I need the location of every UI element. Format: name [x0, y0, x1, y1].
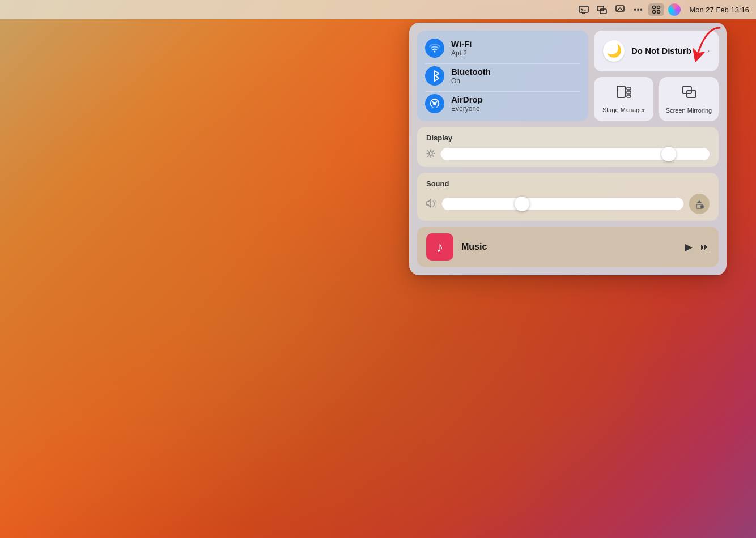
control-center-panel: Wi-Fi Apt 2 Bluetooth On: [409, 23, 727, 275]
svg-rect-11: [627, 87, 631, 90]
svg-rect-10: [617, 86, 625, 97]
bluetooth-title: Bluetooth: [451, 67, 491, 77]
svg-rect-12: [627, 91, 631, 94]
connectivity-panel: Wi-Fi Apt 2 Bluetooth On: [417, 31, 588, 121]
bluetooth-text: Bluetooth On: [451, 67, 491, 85]
airplay-output-button[interactable]: [689, 194, 710, 214]
music-controls: ▶ ⏭: [685, 241, 710, 253]
music-app-icon: ♪: [426, 233, 453, 261]
svg-line-21: [428, 150, 428, 151]
menubar-datetime: Mon 27 Feb 13:16: [689, 6, 749, 14]
stage-manager-label: Stage Manager: [602, 106, 645, 114]
bluetooth-item[interactable]: Bluetooth On: [425, 63, 580, 88]
svg-line-24: [428, 155, 428, 156]
dnd-chevron-icon: ›: [707, 46, 710, 55]
svg-line-22: [433, 155, 434, 156]
top-row: Wi-Fi Apt 2 Bluetooth On: [417, 31, 719, 121]
sound-label: Sound: [426, 180, 710, 188]
display-section: Display: [417, 127, 719, 167]
display-slider-thumb[interactable]: [661, 147, 676, 161]
screen-mirroring-icon: [681, 84, 697, 103]
svg-point-26: [700, 205, 704, 208]
screen-mirroring-button[interactable]: Screen Mirroring: [659, 77, 719, 121]
svg-point-5: [653, 6, 656, 9]
music-section[interactable]: ♪ Music ▶ ⏭: [417, 227, 719, 267]
airplay-menubar-icon[interactable]: [612, 3, 628, 16]
bluetooth-subtitle: On: [451, 77, 491, 85]
svg-rect-0: [579, 6, 588, 12]
dnd-panel[interactable]: 🌙 Do Not Disturb ›: [594, 31, 719, 71]
display-label: Display: [426, 134, 710, 142]
skip-forward-button[interactable]: ⏭: [700, 242, 710, 252]
svg-line-23: [433, 150, 434, 151]
airdrop-text: AirDrop Everyone: [451, 95, 483, 113]
stage-manager-button[interactable]: Stage Manager: [594, 77, 653, 121]
dnd-text: Do Not Disturb: [631, 45, 700, 57]
airdrop-subtitle: Everyone: [451, 105, 483, 113]
screen-mirroring-label: Screen Mirroring: [666, 106, 712, 114]
airdrop-title: AirDrop: [451, 95, 483, 105]
controlcenter-icon[interactable]: [648, 3, 664, 16]
stage-manager-icon: [616, 84, 632, 103]
wifi-text: Wi-Fi Apt 2: [451, 39, 472, 57]
sound-slider-track[interactable]: [442, 198, 683, 210]
display-slider-row: [426, 148, 710, 160]
dnd-icon: 🌙: [603, 40, 625, 62]
display-slider-track[interactable]: [441, 148, 710, 160]
wifi-title: Wi-Fi: [451, 39, 472, 49]
sound-section: Sound: [417, 173, 719, 221]
screenmirroring-menubar-icon[interactable]: [594, 3, 610, 16]
dnd-title: Do Not Disturb: [631, 45, 700, 57]
siri-orb: [668, 3, 681, 16]
sound-slider-row: [426, 194, 710, 214]
siri-icon[interactable]: [666, 3, 682, 16]
svg-rect-13: [627, 95, 631, 97]
right-column: 🌙 Do Not Disturb ›: [594, 31, 719, 121]
bluetooth-icon: [425, 66, 444, 86]
more-dots-icon[interactable]: •••: [630, 3, 646, 16]
sound-slider-thumb[interactable]: [515, 197, 529, 211]
svg-point-7: [653, 11, 656, 14]
remotedesktop-icon[interactable]: [576, 3, 592, 16]
svg-point-8: [657, 11, 660, 14]
svg-point-16: [429, 152, 432, 155]
svg-rect-1: [584, 10, 586, 11]
brightness-icon: [426, 149, 435, 160]
svg-point-6: [657, 6, 660, 9]
wifi-icon: [425, 39, 444, 58]
menubar-icons: •••: [576, 3, 682, 16]
volume-icon: [426, 199, 436, 210]
mini-buttons-row: Stage Manager Screen Mirroring: [594, 77, 719, 121]
airdrop-item[interactable]: AirDrop Everyone: [425, 91, 580, 116]
play-button[interactable]: ▶: [685, 241, 693, 253]
wifi-subtitle: Apt 2: [451, 49, 472, 57]
desktop: ••• Mon 27 Feb 13:16: [0, 0, 756, 538]
music-label: Music: [461, 242, 677, 252]
airdrop-icon: [425, 94, 444, 113]
menubar: ••• Mon 27 Feb 13:16: [0, 0, 756, 19]
wifi-item[interactable]: Wi-Fi Apt 2: [425, 36, 580, 60]
